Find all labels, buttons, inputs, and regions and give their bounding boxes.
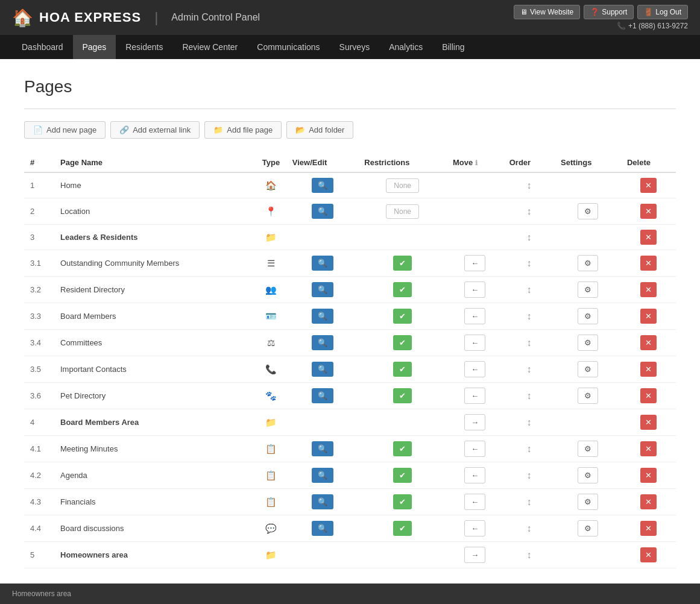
move-left-button[interactable]: ← [464, 255, 485, 271]
settings-button[interactable]: ⚙ [578, 361, 598, 377]
row-view-edit[interactable]: 🔍 [286, 489, 359, 515]
row-delete[interactable]: ✕ [621, 172, 676, 198]
restriction-check-button[interactable]: ✔ [393, 494, 412, 509]
row-view-edit[interactable]: 🔍 [286, 250, 359, 277]
row-delete[interactable]: ✕ [621, 462, 676, 489]
row-delete[interactable]: ✕ [621, 277, 676, 303]
row-delete[interactable]: ✕ [621, 250, 676, 277]
row-move[interactable]: ← [447, 303, 503, 330]
settings-button[interactable]: ⚙ [578, 494, 598, 510]
add-new-page-button[interactable]: 📄 Add new page [24, 121, 106, 139]
row-delete[interactable]: ✕ [621, 330, 676, 356]
view-edit-button[interactable]: 🔍 [312, 335, 333, 350]
row-order[interactable]: ↕ [503, 409, 555, 436]
row-move[interactable]: ← [447, 356, 503, 383]
move-right-button[interactable]: → [464, 547, 485, 563]
row-move[interactable]: ← [447, 462, 503, 489]
row-settings[interactable]: ⚙ [555, 489, 621, 515]
restriction-check-button[interactable]: ✔ [393, 521, 412, 536]
row-delete[interactable]: ✕ [621, 436, 676, 462]
restriction-check-button[interactable]: ✔ [393, 468, 412, 483]
row-view-edit[interactable]: 🔍 [286, 515, 359, 542]
row-order[interactable]: ↕ [503, 383, 555, 409]
move-left-button[interactable]: ← [464, 308, 485, 324]
restriction-check-button[interactable]: ✔ [393, 309, 412, 324]
move-left-button[interactable]: ← [464, 520, 485, 536]
row-order[interactable]: ↕ [503, 277, 555, 303]
row-move[interactable]: ← [447, 383, 503, 409]
row-settings[interactable]: ⚙ [555, 515, 621, 542]
view-edit-button[interactable]: 🔍 [312, 521, 333, 536]
view-edit-button[interactable]: 🔍 [312, 468, 333, 483]
delete-button[interactable]: ✕ [640, 468, 657, 483]
settings-button[interactable]: ⚙ [578, 467, 598, 483]
restriction-none-label[interactable]: None [386, 178, 419, 193]
restriction-check-button[interactable]: ✔ [393, 282, 412, 297]
nav-review-center[interactable]: Review Center [172, 35, 247, 59]
move-left-button[interactable]: ← [464, 335, 485, 351]
restriction-check-button[interactable]: ✔ [393, 256, 412, 271]
settings-button[interactable]: ⚙ [578, 335, 598, 351]
nav-communications[interactable]: Communications [247, 35, 329, 59]
row-order[interactable]: ↕ [503, 198, 555, 225]
add-folder-button[interactable]: 📂 Add folder [286, 121, 353, 139]
row-view-edit[interactable]: 🔍 [286, 436, 359, 462]
delete-button[interactable]: ✕ [640, 415, 657, 430]
settings-button[interactable]: ⚙ [578, 282, 598, 298]
row-order[interactable]: ↕ [503, 225, 555, 250]
restriction-check-button[interactable]: ✔ [393, 335, 412, 350]
settings-button[interactable]: ⚙ [578, 441, 598, 457]
delete-button[interactable]: ✕ [640, 494, 657, 509]
row-settings[interactable]: ⚙ [555, 356, 621, 383]
row-view-edit[interactable]: 🔍 [286, 277, 359, 303]
row-delete[interactable]: ✕ [621, 225, 676, 250]
view-edit-button[interactable]: 🔍 [312, 388, 333, 403]
move-left-button[interactable]: ← [464, 494, 485, 510]
row-delete[interactable]: ✕ [621, 489, 676, 515]
row-settings[interactable]: ⚙ [555, 277, 621, 303]
settings-button[interactable]: ⚙ [578, 308, 598, 324]
delete-button[interactable]: ✕ [640, 178, 657, 193]
row-delete[interactable]: ✕ [621, 515, 676, 542]
row-move[interactable]: → [447, 409, 503, 436]
row-settings[interactable]: ⚙ [555, 383, 621, 409]
row-settings[interactable]: ⚙ [555, 436, 621, 462]
row-move[interactable]: → [447, 542, 503, 568]
row-move[interactable]: ← [447, 250, 503, 277]
row-order[interactable]: ↕ [503, 462, 555, 489]
row-delete[interactable]: ✕ [621, 356, 676, 383]
row-settings[interactable]: ⚙ [555, 462, 621, 489]
move-left-button[interactable]: ← [464, 361, 485, 377]
row-settings[interactable]: ⚙ [555, 330, 621, 356]
row-view-edit[interactable]: 🔍 [286, 303, 359, 330]
view-edit-button[interactable]: 🔍 [312, 494, 333, 509]
settings-button[interactable]: ⚙ [578, 388, 598, 404]
row-order[interactable]: ↕ [503, 330, 555, 356]
restriction-none-label[interactable]: None [386, 204, 419, 219]
move-left-button[interactable]: ← [464, 467, 485, 483]
row-view-edit[interactable]: 🔍 [286, 383, 359, 409]
nav-residents[interactable]: Residents [116, 35, 172, 59]
move-right-button[interactable]: → [464, 414, 485, 430]
nav-pages[interactable]: Pages [73, 35, 116, 59]
row-move[interactable]: ← [447, 277, 503, 303]
view-edit-button[interactable]: 🔍 [312, 256, 333, 271]
settings-button[interactable]: ⚙ [578, 203, 598, 219]
settings-button[interactable]: ⚙ [578, 255, 598, 271]
nav-dashboard[interactable]: Dashboard [12, 35, 73, 59]
delete-button[interactable]: ✕ [640, 256, 657, 271]
row-delete[interactable]: ✕ [621, 303, 676, 330]
row-order[interactable]: ↕ [503, 356, 555, 383]
support-button[interactable]: ❓ Support [584, 5, 634, 19]
move-left-button[interactable]: ← [464, 441, 485, 457]
nav-billing[interactable]: Billing [432, 35, 474, 59]
add-external-link-button[interactable]: 🔗 Add external link [110, 121, 200, 139]
nav-surveys[interactable]: Surveys [330, 35, 380, 59]
move-left-button[interactable]: ← [464, 282, 485, 298]
delete-button[interactable]: ✕ [640, 388, 657, 403]
row-view-edit[interactable]: 🔍 [286, 330, 359, 356]
row-order[interactable]: ↕ [503, 489, 555, 515]
delete-button[interactable]: ✕ [640, 230, 657, 245]
row-view-edit[interactable]: 🔍 [286, 356, 359, 383]
delete-button[interactable]: ✕ [640, 521, 657, 536]
